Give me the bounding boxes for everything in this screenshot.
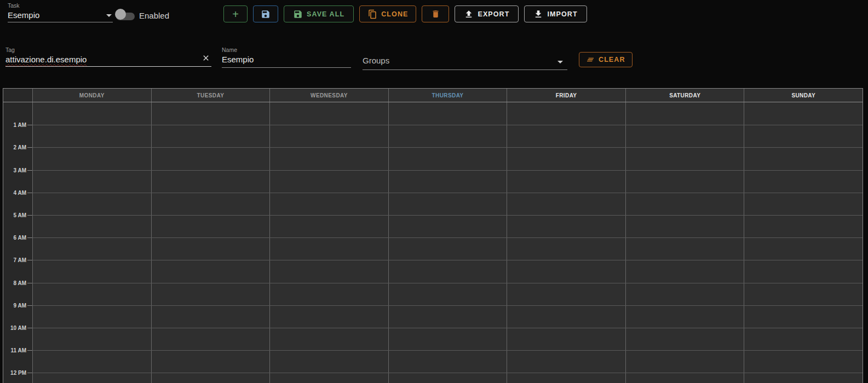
day-header-monday: MONDAY [32,89,151,102]
toggle-thumb-icon[interactable] [115,9,126,20]
day-column-friday[interactable] [507,102,625,383]
hour-tick [27,305,32,306]
day-column-sunday[interactable] [744,102,863,383]
day-column-monday[interactable] [32,102,151,383]
day-header-saturday: SATURDAY [625,89,744,102]
hour-gridline [32,237,863,238]
day-column-thursday[interactable] [388,102,507,383]
day-header-tuesday: TUESDAY [151,89,270,102]
hour-gridline [32,373,863,373]
hour-label: 3 AM [3,167,26,173]
day-header-thursday: THURSDAY [388,89,507,102]
day-header-wednesday: WEDNESDAY [269,89,388,102]
day-column-wednesday[interactable] [269,102,388,383]
hour-gridline [32,283,863,283]
hour-label: 2 AM [3,144,26,150]
day-column-saturday[interactable] [625,102,744,383]
tag-input-label: Tag [5,47,211,53]
export-label: EXPORT [478,10,509,18]
chevron-down-icon [557,61,563,63]
hour-label: 12 PM [3,370,26,376]
save-all-icon [293,9,303,19]
day-header-sunday: SUNDAY [744,89,863,102]
hour-label: 5 AM [3,212,26,218]
hour-gridline [32,215,863,216]
task-select[interactable]: Task Esempio [8,2,113,22]
copy-icon [367,9,377,19]
name-input[interactable]: Name Esempio [222,47,351,68]
delete-button[interactable] [422,5,449,22]
hour-tick [27,237,32,238]
task-select-label: Task [8,2,113,9]
task-select-value: Esempio [8,10,113,20]
hour-gridline [32,147,863,148]
hour-gridline [32,260,863,260]
add-task-button[interactable]: + [223,5,248,22]
save-all-label: SAVE ALL [307,10,344,18]
hour-tick [27,193,32,193]
week-scheduler: MONDAYTUESDAYWEDNESDAYTHURSDAYFRIDAYSATU… [3,88,863,383]
hour-gridline [32,305,863,306]
hour-label: 7 AM [3,257,26,263]
hour-tick [27,215,32,216]
hour-label: 11 AM [3,347,26,353]
tag-input[interactable]: Tag attivazione.di.esempio [5,47,211,67]
hour-tick [27,170,32,171]
hour-tick [27,147,32,148]
save-icon [261,9,271,19]
hour-label: 1 AM [3,122,26,128]
hour-gridline [32,170,863,171]
tag-input-value: attivazione.di.esempio [5,55,211,64]
save-button[interactable] [253,5,278,22]
hour-tick [27,125,32,125]
save-all-button[interactable]: SAVE ALL [284,5,354,22]
hour-label: 4 AM [3,189,26,195]
hour-tick [27,283,32,283]
export-button[interactable]: EXPORT [455,5,519,22]
name-input-label: Name [222,47,351,53]
import-button[interactable]: IMPORT [524,5,587,22]
clear-all-icon [586,55,595,64]
hour-label: 9 AM [3,302,26,308]
hour-tick [27,373,32,373]
download-icon [533,9,543,19]
groups-select[interactable]: Groups [363,47,567,70]
hour-tick [27,260,32,260]
scheduler-body: 1 AM2 AM3 AM4 AM5 AM6 AM7 AM8 AM9 AM10 A… [3,102,863,383]
day-column-tuesday[interactable] [151,102,270,383]
clear-button[interactable]: CLEAR [579,52,633,67]
hour-label: 6 AM [3,235,26,241]
hour-gridline [32,350,863,351]
trash-icon [431,9,440,19]
name-input-value: Esempio [222,55,351,64]
day-header-row: MONDAYTUESDAYWEDNESDAYTHURSDAYFRIDAYSATU… [3,89,863,102]
enabled-toggle-label: Enabled [139,11,169,20]
clear-label: CLEAR [599,56,625,63]
import-label: IMPORT [547,10,577,18]
gutter-corner [3,89,32,102]
enabled-toggle[interactable]: Enabled [116,10,182,22]
clone-label: CLONE [381,10,408,18]
hour-label: 10 AM [3,325,26,331]
close-icon[interactable] [202,54,210,65]
hour-gridline [32,328,863,328]
day-header-friday: FRIDAY [507,89,625,102]
clone-button[interactable]: CLONE [359,5,416,22]
hour-gridline [32,193,863,193]
toolbar: + SAVE ALL CLONE EXPORT IMPORT [223,5,587,22]
hour-tick [27,350,32,351]
hour-tick [27,328,32,328]
upload-icon [464,9,474,19]
hour-gridline [32,125,863,125]
hour-label: 8 AM [3,280,26,286]
groups-select-placeholder: Groups [363,56,567,65]
chevron-down-icon [106,14,112,17]
plus-icon: + [232,9,239,20]
